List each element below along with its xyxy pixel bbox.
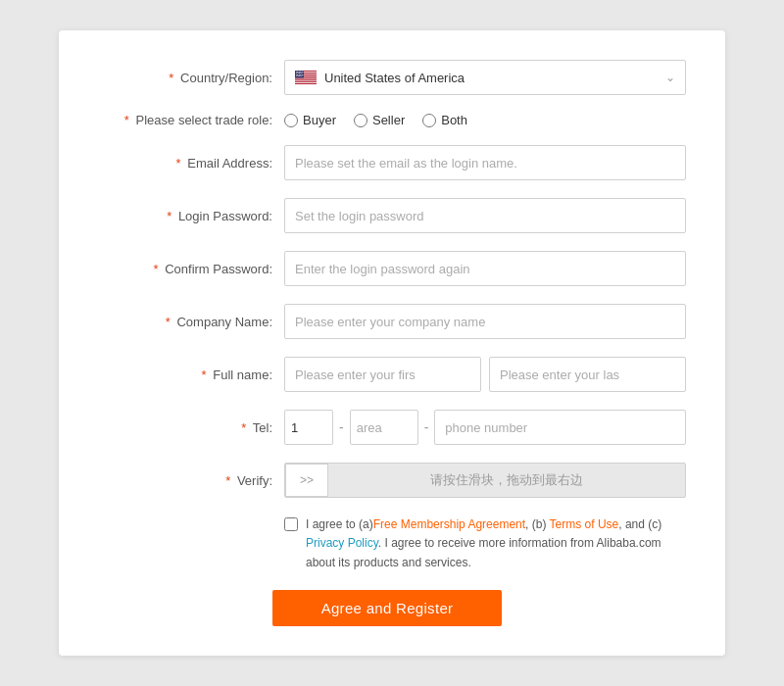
terms-of-use-link[interactable]: Terms of Use bbox=[550, 517, 619, 531]
company-input[interactable] bbox=[284, 304, 686, 339]
radio-buyer-input[interactable] bbox=[284, 114, 298, 127]
radio-buyer[interactable]: Buyer bbox=[284, 113, 336, 127]
tel-sep-1: - bbox=[337, 419, 346, 435]
confirm-password-label: * Confirm Password: bbox=[88, 262, 284, 276]
email-row: * Email Address: bbox=[88, 145, 686, 180]
radio-both[interactable]: Both bbox=[422, 113, 467, 127]
confirm-password-row: * Confirm Password: bbox=[88, 251, 686, 286]
country-select[interactable]: ★★★★★ ★★★★ ★★★★★ ★★★★ United States of A… bbox=[284, 60, 686, 95]
free-membership-link[interactable]: Free Membership Agreement bbox=[373, 517, 525, 531]
tel-area-input[interactable] bbox=[350, 410, 418, 445]
country-label: * Country/Region: bbox=[88, 71, 284, 85]
fullname-row: * Full name: bbox=[88, 357, 686, 392]
verify-row: * Verify: >> 请按住滑块，拖动到最右边 bbox=[88, 463, 686, 498]
country-select-left: ★★★★★ ★★★★ ★★★★★ ★★★★ United States of A… bbox=[295, 71, 465, 85]
name-group bbox=[284, 357, 686, 392]
svg-rect-12 bbox=[295, 83, 317, 84]
country-value: United States of America bbox=[324, 71, 465, 85]
trade-role-row: * Please select trade role: Buyer Seller… bbox=[88, 113, 686, 127]
svg-rect-7 bbox=[295, 78, 317, 79]
company-label: * Company Name: bbox=[88, 315, 284, 329]
agreement-checkbox[interactable] bbox=[284, 517, 298, 531]
password-label: * Login Password: bbox=[88, 209, 284, 223]
country-row: * Country/Region: bbox=[88, 60, 686, 95]
confirm-password-input[interactable] bbox=[284, 251, 686, 286]
firstname-input[interactable] bbox=[284, 357, 481, 392]
register-button[interactable]: Agree and Register bbox=[272, 590, 503, 626]
privacy-policy-link[interactable]: Privacy Policy bbox=[306, 536, 378, 550]
tel-group: - - bbox=[284, 410, 686, 445]
trade-role-label: * Please select trade role: bbox=[88, 113, 284, 127]
verify-slider[interactable]: >> 请按住滑块，拖动到最右边 bbox=[284, 463, 686, 498]
radio-seller[interactable]: Seller bbox=[354, 113, 405, 127]
svg-rect-11 bbox=[295, 82, 317, 83]
registration-form: * Country/Region: bbox=[59, 30, 725, 656]
us-flag-icon: ★★★★★ ★★★★ ★★★★★ ★★★★ bbox=[295, 71, 317, 84]
tel-row: * Tel: - - bbox=[88, 410, 686, 445]
verify-handle[interactable]: >> bbox=[285, 464, 328, 497]
svg-rect-10 bbox=[295, 81, 317, 82]
tel-number-input[interactable] bbox=[434, 410, 686, 445]
register-row: Agree and Register bbox=[88, 590, 686, 626]
fullname-label: * Full name: bbox=[88, 368, 284, 382]
password-row: * Login Password: bbox=[88, 198, 686, 233]
email-input[interactable] bbox=[284, 145, 686, 180]
svg-rect-9 bbox=[295, 80, 317, 81]
agreement-text: I agree to (a)Free Membership Agreement,… bbox=[306, 515, 686, 572]
tel-label: * Tel: bbox=[88, 420, 284, 435]
verify-label: * Verify: bbox=[88, 473, 284, 488]
password-input[interactable] bbox=[284, 198, 686, 233]
agreement-row: I agree to (a)Free Membership Agreement,… bbox=[284, 515, 686, 572]
company-row: * Company Name: bbox=[88, 304, 686, 339]
lastname-input[interactable] bbox=[489, 357, 686, 392]
verify-text: 请按住滑块，拖动到最右边 bbox=[328, 471, 685, 489]
required-star: * bbox=[169, 71, 173, 85]
radio-both-input[interactable] bbox=[422, 114, 436, 127]
trade-role-group: Buyer Seller Both bbox=[284, 113, 467, 127]
tel-country-code[interactable] bbox=[284, 410, 333, 445]
radio-seller-input[interactable] bbox=[354, 114, 368, 127]
email-label: * Email Address: bbox=[88, 156, 284, 171]
chevron-down-icon: ⌄ bbox=[665, 71, 675, 84]
svg-rect-8 bbox=[295, 79, 317, 80]
tel-sep-2: - bbox=[422, 419, 431, 435]
